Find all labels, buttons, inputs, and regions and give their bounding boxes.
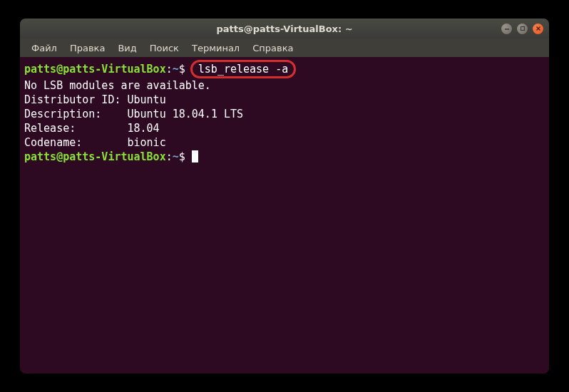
minimize-icon [504,26,510,31]
output-line-3: Description: Ubuntu 18.04.1 LTS [24,107,545,121]
prompt-path-2: ~ [173,150,179,163]
command-text: lsb_release -a [198,63,288,76]
menu-search[interactable]: Поиск [144,41,185,56]
svg-rect-1 [521,27,524,31]
prompt-colon: : [166,63,173,76]
menu-terminal[interactable]: Терминал [186,41,245,56]
window-title: patts@patts-VirtualBox: ~ [216,24,352,34]
prompt-user: patts@patts-VirtualBox [24,63,166,76]
terminal-content[interactable]: patts@patts-VirtualBox:~$ lsb_release -a… [20,57,549,373]
prompt-path: ~ [173,63,179,76]
menu-file[interactable]: Файл [26,41,63,56]
menu-edit[interactable]: Правка [64,41,111,56]
output-line-4: Release: 18.04 [24,121,545,135]
cursor-icon [192,150,198,163]
titlebar: patts@patts-VirtualBox: ~ [20,19,549,38]
output-line-1: No LSB modules are available. [24,78,545,93]
prompt-line-2: patts@patts-VirtualBox:~$ [24,150,545,164]
prompt-dollar: $ [179,63,185,76]
output-line-5: Codename: bionic [24,135,545,150]
close-button[interactable] [533,24,543,34]
menu-view[interactable]: Вид [112,41,142,56]
output-line-2: Distributor ID: Ubuntu [24,93,545,107]
terminal-window: patts@patts-VirtualBox: ~ Файл Правка Ви… [20,19,549,373]
maximize-button[interactable] [517,24,528,34]
prompt-line-1: patts@patts-VirtualBox:~$ lsb_release -a [24,60,545,78]
prompt-colon-2: : [166,150,173,163]
menu-help[interactable]: Справка [247,41,299,56]
window-controls [501,24,543,34]
menubar: Файл Правка Вид Поиск Терминал Справка [20,38,549,57]
command-highlight: lsb_release -a [190,60,296,78]
prompt-dollar-2: $ [179,150,185,163]
minimize-button[interactable] [501,24,512,34]
close-icon [535,26,541,31]
maximize-icon [520,26,526,31]
prompt-user-2: patts@patts-VirtualBox [24,150,166,163]
